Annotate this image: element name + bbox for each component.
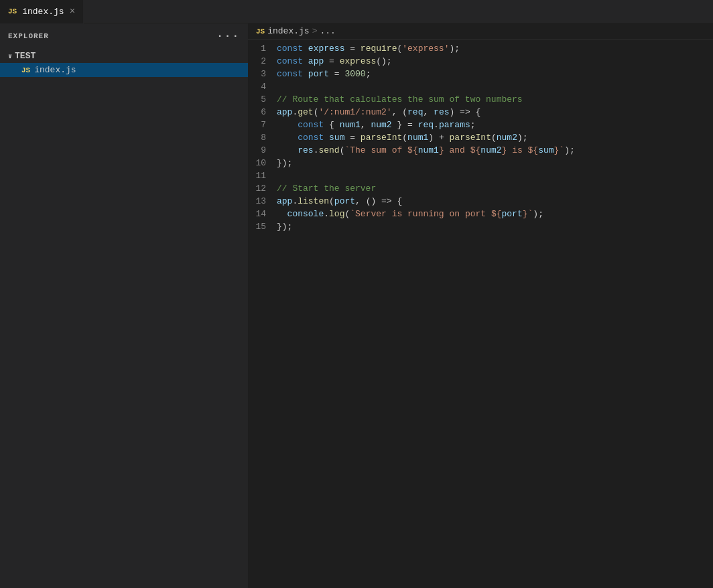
js-file-badge: JS xyxy=(21,66,30,74)
close-tab-button[interactable]: × xyxy=(70,7,75,16)
breadcrumb-filename: index.js xyxy=(267,26,309,36)
code-line: 9 res.send(`The sum of ${num1} and ${num… xyxy=(248,144,713,157)
file-name: index.js xyxy=(34,65,76,75)
file-index-js[interactable]: JS index.js xyxy=(0,63,248,77)
folder-test[interactable]: ∨ TEST xyxy=(0,49,248,63)
folder-name: TEST xyxy=(15,51,36,61)
editor-panel: JS index.js > ... 1 const express = requ… xyxy=(248,23,713,588)
code-line: 7 const { num1, num2 } = req.params; xyxy=(248,119,713,131)
code-line: 5 // Route that calculates the sum of tw… xyxy=(248,93,713,106)
code-line: 15 }); xyxy=(248,220,713,233)
breadcrumb: JS index.js > ... xyxy=(248,23,713,40)
tab-filename: index.js xyxy=(22,7,64,17)
js-file-icon: JS xyxy=(8,7,17,15)
sidebar: EXPLORER ··· ∨ TEST JS index.js xyxy=(0,23,248,588)
breadcrumb-js-icon: JS xyxy=(256,27,265,35)
sidebar-header: EXPLORER ··· xyxy=(0,23,248,49)
code-line: 2 const app = express(); xyxy=(248,55,713,68)
explorer-label: EXPLORER xyxy=(8,32,49,40)
code-line: 13 app.listen(port, () => { xyxy=(248,195,713,208)
code-line: 3 const port = 3000; xyxy=(248,68,713,80)
code-line: 6 app.get('/:num1/:num2', (req, res) => … xyxy=(248,106,713,119)
chevron-down-icon: ∨ xyxy=(8,52,12,60)
sidebar-more-button[interactable]: ··· xyxy=(216,30,240,42)
main-layout: EXPLORER ··· ∨ TEST JS index.js JS index… xyxy=(0,23,713,588)
code-line: 10 }); xyxy=(248,157,713,169)
tab-index-js[interactable]: JS index.js × xyxy=(0,0,84,23)
code-line: 14 console.log(`Server is running on por… xyxy=(248,208,713,220)
code-editor[interactable]: 1 const express = require('express'); 2 … xyxy=(248,40,713,588)
code-line: 4 xyxy=(248,80,713,93)
code-line: 12 // Start the server xyxy=(248,182,713,195)
code-line: 11 xyxy=(248,169,713,182)
breadcrumb-separator: > xyxy=(312,26,318,36)
tab-bar: JS index.js × xyxy=(0,0,713,23)
breadcrumb-rest: ... xyxy=(320,26,335,36)
code-line: 1 const express = require('express'); xyxy=(248,42,713,55)
code-line: 8 const sum = parseInt(num1) + parseInt(… xyxy=(248,131,713,144)
